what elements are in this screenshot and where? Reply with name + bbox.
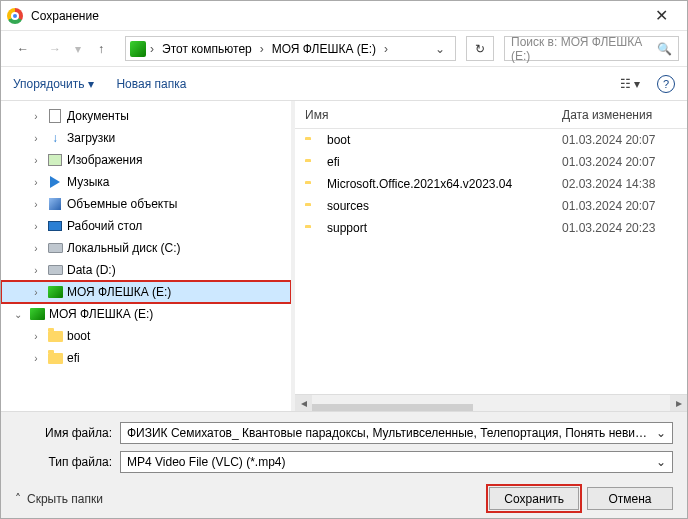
title-bar: Сохранение ✕ [1,1,687,31]
organize-button[interactable]: Упорядочить▾ [13,77,94,91]
tree-twisty[interactable]: › [29,243,43,254]
tree-twisty[interactable]: ⌄ [11,309,25,320]
save-button[interactable]: Сохранить [489,487,579,510]
file-row[interactable]: Microsoft.Office.2021x64.v2023.0402.03.2… [295,173,687,195]
tree-twisty[interactable]: › [29,221,43,232]
hdd-icon [47,262,63,278]
new-folder-button[interactable]: Новая папка [116,77,186,91]
tree-label: Data (D:) [67,263,116,277]
back-button[interactable]: ← [9,35,37,63]
tree-label: Рабочий стол [67,219,142,233]
help-button[interactable]: ? [657,75,675,93]
cancel-button[interactable]: Отмена [587,487,673,510]
hdd-icon [47,240,63,256]
file-name: support [323,221,562,235]
file-name: efi [323,155,562,169]
forward-button[interactable]: → [41,35,69,63]
tree-label: boot [67,329,90,343]
hide-folders-toggle[interactable]: ˄Скрыть папки [15,492,103,506]
chevron-down-icon: ▾ [634,77,640,91]
folder-icon [47,328,63,344]
tree-label: Загрузки [67,131,115,145]
search-input[interactable]: Поиск в: МОЯ ФЛЕШКА (E:) 🔍 [504,36,679,61]
chevron-icon: › [384,42,388,56]
search-icon: 🔍 [657,42,672,56]
tree-item[interactable]: ›МОЯ ФЛЕШКА (E:) [1,281,291,303]
tree-item[interactable]: ›Data (D:) [1,259,291,281]
col-date[interactable]: Дата изменения [562,108,687,122]
tree-twisty[interactable]: › [29,199,43,210]
tree-label: МОЯ ФЛЕШКА (E:) [67,285,171,299]
list-icon: ☷ [620,77,631,91]
tree-label: Документы [67,109,129,123]
file-name: Microsoft.Office.2021x64.v2023.04 [323,177,562,191]
view-mode-button[interactable]: ☷▾ [613,73,647,95]
tree-twisty[interactable]: › [29,265,43,276]
h-scrollbar[interactable]: ◂ ▸ [295,394,687,411]
chevron-down-icon[interactable]: ⌄ [650,455,666,469]
chevron-down-icon: ▾ [88,77,94,91]
col-name[interactable]: Имя [305,108,562,122]
file-list[interactable]: boot01.03.2024 20:07efi01.03.2024 20:07M… [295,129,687,394]
tree-item[interactable]: ›efi [1,347,291,369]
tree-label: Музыка [67,175,109,189]
bottom-panel: Имя файла: ФИЗИК Семихатов_ Квантовые па… [1,411,687,518]
tree-twisty[interactable]: › [29,177,43,188]
breadcrumb-dropdown[interactable]: ⌄ [429,42,451,56]
scroll-left-button[interactable]: ◂ [295,395,312,412]
file-date: 01.03.2024 20:23 [562,221,687,235]
file-date: 01.03.2024 20:07 [562,133,687,147]
file-row[interactable]: sources01.03.2024 20:07 [295,195,687,217]
tree-twisty[interactable]: › [29,287,43,298]
nav-sep: ▾ [75,42,81,56]
file-name: sources [323,199,562,213]
dl-icon: ↓ [47,130,63,146]
tree-label: efi [67,351,80,365]
usb-icon [29,306,45,322]
desk-icon [47,218,63,234]
scroll-right-button[interactable]: ▸ [670,395,687,412]
cube-icon [47,196,63,212]
breadcrumb-seg[interactable]: Этот компьютер [158,42,256,56]
toolbar: Упорядочить▾ Новая папка ☷▾ ? [1,67,687,101]
folder-tree[interactable]: ›Документы›↓Загрузки›Изображения›Музыка›… [1,101,291,411]
file-date: 01.03.2024 20:07 [562,155,687,169]
tree-item[interactable]: ⌄МОЯ ФЛЕШКА (E:) [1,303,291,325]
chevron-down-icon[interactable]: ⌄ [650,426,666,440]
file-date: 01.03.2024 20:07 [562,199,687,213]
tree-twisty[interactable]: › [29,155,43,166]
tree-item[interactable]: ›Документы [1,105,291,127]
tree-item[interactable]: ›boot [1,325,291,347]
tree-item[interactable]: ›Рабочий стол [1,215,291,237]
tree-twisty[interactable]: › [29,331,43,342]
file-pane: Имя Дата изменения boot01.03.2024 20:07e… [295,101,687,411]
refresh-button[interactable]: ↻ [466,36,494,61]
filetype-select[interactable]: MP4 Video File (VLC) (*.mp4) ⌄ [120,451,673,473]
up-button[interactable]: ↑ [87,35,115,63]
tree-item[interactable]: ›Объемные объекты [1,193,291,215]
usb-icon [47,284,63,300]
mus-icon [47,174,63,190]
close-button[interactable]: ✕ [641,1,681,31]
breadcrumb-seg[interactable]: МОЯ ФЛЕШКА (E:) [268,42,380,56]
tree-twisty[interactable]: › [29,353,43,364]
file-row[interactable]: efi01.03.2024 20:07 [295,151,687,173]
breadcrumb[interactable]: › Этот компьютер › МОЯ ФЛЕШКА (E:) › ⌄ [125,36,456,61]
scroll-thumb[interactable] [312,404,473,411]
tree-item[interactable]: ›Музыка [1,171,291,193]
file-row[interactable]: boot01.03.2024 20:07 [295,129,687,151]
file-row[interactable]: support01.03.2024 20:23 [295,217,687,239]
window-title: Сохранение [31,9,641,23]
tree-item[interactable]: ›↓Загрузки [1,127,291,149]
filetype-label: Тип файла: [15,455,120,469]
file-name: boot [323,133,562,147]
tree-twisty[interactable]: › [29,111,43,122]
tree-item[interactable]: ›Изображения [1,149,291,171]
file-header[interactable]: Имя Дата изменения [295,101,687,129]
filename-input[interactable]: ФИЗИК Семихатов_ Квантовые парадоксы, Му… [120,422,673,444]
filetype-value: MP4 Video File (VLC) (*.mp4) [127,455,650,469]
drive-icon [130,41,146,57]
chrome-icon [7,8,23,24]
tree-item[interactable]: ›Локальный диск (C:) [1,237,291,259]
tree-twisty[interactable]: › [29,133,43,144]
